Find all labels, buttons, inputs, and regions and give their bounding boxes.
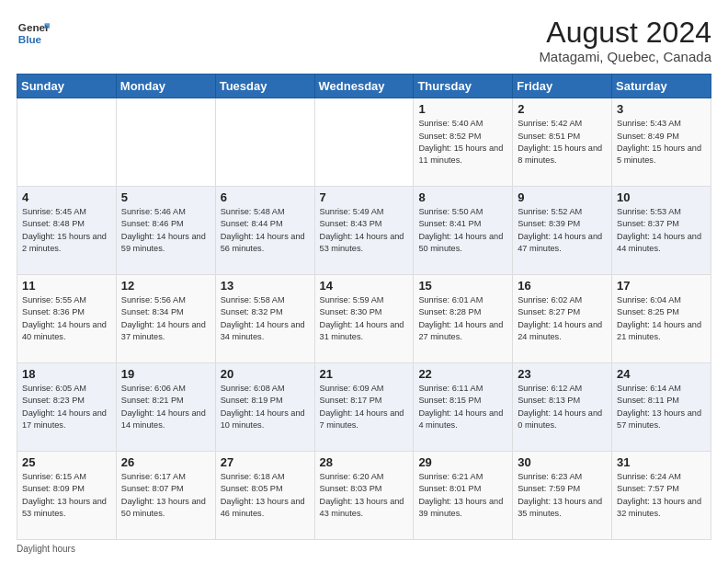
day-info: Sunrise: 5:42 AM Sunset: 8:51 PM Dayligh…: [518, 118, 607, 167]
day-info: Sunrise: 5:49 AM Sunset: 8:43 PM Dayligh…: [320, 206, 409, 255]
calendar-cell: [17, 98, 117, 187]
day-number: 5: [121, 190, 210, 204]
day-info: Sunrise: 6:08 AM Sunset: 8:19 PM Dayligh…: [221, 383, 310, 431]
day-info: Sunrise: 5:55 AM Sunset: 8:36 PM Dayligh…: [22, 294, 111, 343]
day-info: Sunrise: 5:40 AM Sunset: 8:52 PM Dayligh…: [418, 118, 507, 167]
header: General Blue August 2024 Matagami, Quebe…: [17, 17, 711, 64]
calendar-cell: 21Sunrise: 6:09 AM Sunset: 8:17 PM Dayli…: [314, 363, 414, 452]
day-info: Sunrise: 5:46 AM Sunset: 8:46 PM Dayligh…: [121, 206, 210, 255]
day-info: Sunrise: 5:45 AM Sunset: 8:48 PM Dayligh…: [22, 206, 111, 255]
day-info: Sunrise: 6:12 AM Sunset: 8:13 PM Dayligh…: [518, 383, 607, 431]
day-info: Sunrise: 6:23 AM Sunset: 7:59 PM Dayligh…: [518, 471, 607, 520]
calendar-cell: 15Sunrise: 6:01 AM Sunset: 8:28 PM Dayli…: [414, 275, 513, 363]
calendar-cell: [116, 98, 215, 187]
day-info: Sunrise: 6:09 AM Sunset: 8:17 PM Dayligh…: [320, 383, 409, 431]
calendar-cell: 6Sunrise: 5:48 AM Sunset: 8:44 PM Daylig…: [215, 187, 314, 275]
weekday-header-tuesday: Tuesday: [215, 75, 314, 98]
calendar-cell: 28Sunrise: 6:20 AM Sunset: 8:03 PM Dayli…: [314, 452, 414, 540]
day-info: Sunrise: 6:05 AM Sunset: 8:23 PM Dayligh…: [22, 383, 111, 431]
day-number: 18: [22, 367, 111, 381]
weekday-header-sunday: Sunday: [17, 75, 117, 98]
week-row-5: 25Sunrise: 6:15 AM Sunset: 8:09 PM Dayli…: [17, 452, 711, 540]
weekday-header-thursday: Thursday: [414, 75, 513, 98]
calendar-cell: 16Sunrise: 6:02 AM Sunset: 8:27 PM Dayli…: [513, 275, 612, 363]
day-number: 17: [617, 279, 706, 293]
calendar-cell: 29Sunrise: 6:21 AM Sunset: 8:01 PM Dayli…: [414, 452, 513, 540]
generalblue-logo-icon: General Blue: [17, 17, 50, 50]
day-info: Sunrise: 6:06 AM Sunset: 8:21 PM Dayligh…: [121, 383, 210, 431]
day-info: Sunrise: 6:14 AM Sunset: 8:11 PM Dayligh…: [617, 383, 706, 431]
day-number: 20: [221, 367, 310, 381]
day-number: 22: [418, 367, 507, 381]
day-info: Sunrise: 6:02 AM Sunset: 8:27 PM Dayligh…: [518, 294, 607, 343]
day-number: 23: [518, 367, 607, 381]
calendar-cell: 5Sunrise: 5:46 AM Sunset: 8:46 PM Daylig…: [116, 187, 215, 275]
calendar-cell: 20Sunrise: 6:08 AM Sunset: 8:19 PM Dayli…: [215, 363, 314, 452]
calendar-cell: 12Sunrise: 5:56 AM Sunset: 8:34 PM Dayli…: [116, 275, 215, 363]
day-number: 11: [22, 279, 111, 293]
day-number: 19: [121, 367, 210, 381]
weekday-header-row: SundayMondayTuesdayWednesdayThursdayFrid…: [17, 75, 711, 98]
day-info: Sunrise: 5:58 AM Sunset: 8:32 PM Dayligh…: [221, 294, 310, 343]
weekday-header-monday: Monday: [116, 75, 215, 98]
day-number: 12: [121, 279, 210, 293]
calendar-cell: 22Sunrise: 6:11 AM Sunset: 8:15 PM Dayli…: [414, 363, 513, 452]
day-number: 13: [221, 279, 310, 293]
page: General Blue August 2024 Matagami, Quebe…: [0, 0, 728, 563]
weekday-header-saturday: Saturday: [612, 75, 711, 98]
day-number: 29: [418, 455, 507, 469]
calendar-cell: 18Sunrise: 6:05 AM Sunset: 8:23 PM Dayli…: [17, 363, 117, 452]
day-number: 10: [617, 190, 706, 204]
calendar-cell: 13Sunrise: 5:58 AM Sunset: 8:32 PM Dayli…: [215, 275, 314, 363]
calendar-cell: 26Sunrise: 6:17 AM Sunset: 8:07 PM Dayli…: [116, 452, 215, 540]
week-row-3: 11Sunrise: 5:55 AM Sunset: 8:36 PM Dayli…: [17, 275, 711, 363]
calendar-cell: 17Sunrise: 6:04 AM Sunset: 8:25 PM Dayli…: [612, 275, 711, 363]
day-info: Sunrise: 6:04 AM Sunset: 8:25 PM Dayligh…: [617, 294, 706, 343]
day-number: 31: [617, 455, 706, 469]
title-block: August 2024 Matagami, Quebec, Canada: [539, 17, 711, 64]
day-info: Sunrise: 6:11 AM Sunset: 8:15 PM Dayligh…: [418, 383, 507, 431]
week-row-1: 1Sunrise: 5:40 AM Sunset: 8:52 PM Daylig…: [17, 98, 711, 187]
day-number: 30: [518, 455, 607, 469]
calendar-cell: 23Sunrise: 6:12 AM Sunset: 8:13 PM Dayli…: [513, 363, 612, 452]
day-number: 7: [320, 190, 409, 204]
day-info: Sunrise: 5:56 AM Sunset: 8:34 PM Dayligh…: [121, 294, 210, 343]
day-number: 1: [418, 102, 507, 116]
day-number: 27: [221, 455, 310, 469]
day-number: 24: [617, 367, 706, 381]
day-number: 4: [22, 190, 111, 204]
day-info: Sunrise: 5:53 AM Sunset: 8:37 PM Dayligh…: [617, 206, 706, 255]
day-number: 2: [518, 102, 607, 116]
calendar-cell: 25Sunrise: 6:15 AM Sunset: 8:09 PM Dayli…: [17, 452, 117, 540]
calendar-cell: 14Sunrise: 5:59 AM Sunset: 8:30 PM Dayli…: [314, 275, 414, 363]
day-info: Sunrise: 6:24 AM Sunset: 7:57 PM Dayligh…: [617, 471, 706, 520]
main-title: August 2024: [539, 17, 711, 49]
footer-note: Daylight hours: [17, 544, 711, 554]
day-number: 15: [418, 279, 507, 293]
calendar-cell: 10Sunrise: 5:53 AM Sunset: 8:37 PM Dayli…: [612, 187, 711, 275]
calendar-cell: 19Sunrise: 6:06 AM Sunset: 8:21 PM Dayli…: [116, 363, 215, 452]
day-number: 26: [121, 455, 210, 469]
calendar-cell: 30Sunrise: 6:23 AM Sunset: 7:59 PM Dayli…: [513, 452, 612, 540]
calendar-cell: [314, 98, 414, 187]
calendar-cell: 31Sunrise: 6:24 AM Sunset: 7:57 PM Dayli…: [612, 452, 711, 540]
day-info: Sunrise: 6:15 AM Sunset: 8:09 PM Dayligh…: [22, 471, 111, 520]
day-info: Sunrise: 6:01 AM Sunset: 8:28 PM Dayligh…: [418, 294, 507, 343]
day-info: Sunrise: 5:50 AM Sunset: 8:41 PM Dayligh…: [418, 206, 507, 255]
day-number: 16: [518, 279, 607, 293]
day-number: 14: [320, 279, 409, 293]
calendar-cell: 8Sunrise: 5:50 AM Sunset: 8:41 PM Daylig…: [414, 187, 513, 275]
day-number: 21: [320, 367, 409, 381]
calendar-cell: 24Sunrise: 6:14 AM Sunset: 8:11 PM Dayli…: [612, 363, 711, 452]
day-info: Sunrise: 6:21 AM Sunset: 8:01 PM Dayligh…: [418, 471, 507, 520]
day-number: 9: [518, 190, 607, 204]
day-info: Sunrise: 6:18 AM Sunset: 8:05 PM Dayligh…: [221, 471, 310, 520]
week-row-4: 18Sunrise: 6:05 AM Sunset: 8:23 PM Dayli…: [17, 363, 711, 452]
calendar-cell: 9Sunrise: 5:52 AM Sunset: 8:39 PM Daylig…: [513, 187, 612, 275]
svg-text:Blue: Blue: [18, 33, 42, 45]
calendar-cell: 27Sunrise: 6:18 AM Sunset: 8:05 PM Dayli…: [215, 452, 314, 540]
day-info: Sunrise: 5:43 AM Sunset: 8:49 PM Dayligh…: [617, 118, 706, 167]
calendar-table: SundayMondayTuesdayWednesdayThursdayFrid…: [17, 74, 711, 540]
day-info: Sunrise: 5:52 AM Sunset: 8:39 PM Dayligh…: [518, 206, 607, 255]
day-number: 28: [320, 455, 409, 469]
